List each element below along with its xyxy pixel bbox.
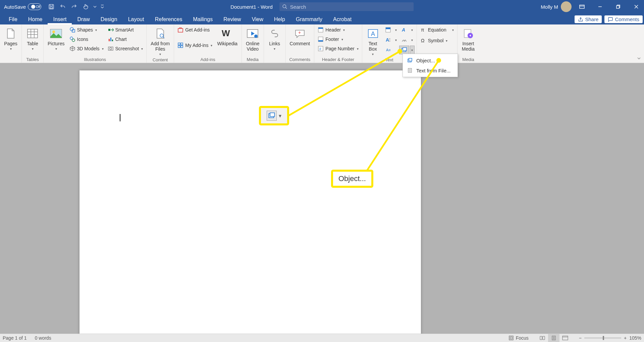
search-input[interactable]: Search [279,2,414,11]
comments-button[interactable]: Comments [604,15,643,23]
svg-text:A: A [401,27,405,33]
object-menu-item[interactable]: Object... [403,55,458,65]
links-button[interactable]: Links ▾ [266,25,283,52]
icons-icon [69,36,75,42]
smartart-button[interactable]: SmartArt [106,25,145,34]
tab-references[interactable]: References [150,14,188,24]
addins-icon [177,42,183,48]
tab-design[interactable]: Design [95,14,123,24]
document-area [0,63,644,334]
tab-grammarly[interactable]: Grammarly [290,14,328,24]
focus-mode-button[interactable]: Focus [508,335,529,341]
svg-text:#: # [319,47,321,51]
insert-media-button[interactable]: Insert Media [460,25,477,53]
object-dropdown-button[interactable]: ▾ [410,46,415,54]
save-icon[interactable] [47,3,55,11]
text-from-file-menu-item[interactable]: Text from File... [403,65,458,75]
header-button[interactable]: Header▾ [316,25,360,34]
store-icon [177,27,183,33]
tab-draw[interactable]: Draw [72,14,95,24]
tab-view[interactable]: View [247,14,269,24]
zoom-level[interactable]: 105% [629,335,641,341]
read-mode-icon[interactable] [537,334,548,342]
zoom-slider[interactable] [584,337,621,339]
zoom-in-button[interactable]: + [624,335,627,341]
get-addins-button[interactable]: Get Add-ins [176,25,214,34]
svg-rect-3 [580,5,584,8]
svg-rect-56 [509,336,513,340]
tab-file[interactable]: File [3,14,23,24]
minimize-icon[interactable] [592,0,608,13]
web-layout-icon[interactable] [559,334,571,342]
group-addins-label: Add-ins [201,57,215,63]
date-time-button[interactable]: A≡ [383,46,393,54]
svg-rect-1 [50,7,53,9]
tab-review[interactable]: Review [218,14,246,24]
pictures-button[interactable]: Pictures ▾ [46,25,67,52]
symbol-icon: Ω [420,38,426,44]
wordart-dropdown[interactable]: ▾ [410,25,415,34]
icons-button[interactable]: Icons [68,35,105,44]
print-layout-icon[interactable] [548,334,559,342]
drop-cap-button[interactable]: A [383,36,393,44]
tab-insert[interactable]: Insert [48,14,72,24]
collapse-ribbon-icon[interactable] [636,55,642,61]
signature-dropdown[interactable]: ▾ [410,36,415,44]
drop-cap-dropdown[interactable]: ▾ [394,36,398,44]
tab-layout[interactable]: Layout [123,14,150,24]
svg-rect-59 [562,336,568,340]
signature-button[interactable] [399,36,409,44]
redo-icon[interactable] [70,3,78,11]
ribbon-display-icon[interactable] [574,0,590,13]
equation-button[interactable]: πEquation▾ [419,25,455,34]
symbol-button[interactable]: ΩSymbol▾ [419,36,455,45]
status-words[interactable]: 0 words [35,335,51,341]
autosave-toggle[interactable]: AutoSave Off [4,3,41,10]
qat-customize-icon[interactable] [100,3,104,11]
tab-home[interactable]: Home [23,14,48,24]
svg-point-8 [70,27,73,31]
object-item-icon [407,57,413,63]
svg-rect-5 [28,29,38,38]
add-from-files-button[interactable]: Add from Files ▾ [149,25,172,57]
quick-parts-button[interactable] [383,25,393,34]
maximize-icon[interactable] [610,0,626,13]
comment-button[interactable]: + Comment [288,25,312,48]
wordart-button[interactable]: A [399,25,409,34]
tab-mailings[interactable]: Mailings [188,14,218,24]
chart-icon [108,36,114,42]
page-number-button[interactable]: #Page Number▾ [316,44,360,53]
textbox-icon: A [366,27,380,40]
footer-button[interactable]: Footer▾ [316,35,360,44]
wikipedia-button[interactable]: W Wikipedia [215,25,239,48]
tab-acrobat[interactable]: Acrobat [328,14,357,24]
qat-dropdown-icon[interactable] [93,3,97,11]
svg-text:W: W [222,29,230,38]
text-box-button[interactable]: A Text Box ▾ [364,25,382,57]
screenshot-button[interactable]: Screenshot▾ [106,44,145,53]
online-video-button[interactable]: Online Video [244,25,261,53]
svg-rect-23 [181,46,183,48]
user-avatar[interactable] [561,1,572,12]
shapes-button[interactable]: Shapes▾ [68,25,105,34]
chart-button[interactable]: Chart [106,35,145,44]
undo-icon[interactable] [59,3,67,11]
object-button[interactable] [399,46,409,54]
share-button[interactable]: Share [575,15,602,23]
touch-mode-icon[interactable] [82,3,90,11]
quick-parts-dropdown[interactable]: ▾ [394,25,398,34]
tab-help[interactable]: Help [269,14,290,24]
table-button[interactable]: Table ▾ [24,25,41,52]
group-tables-label: Tables [26,57,39,63]
svg-rect-55 [270,113,274,116]
status-page[interactable]: Page 1 of 1 [3,335,27,341]
pages-button[interactable]: Pages ▾ [2,25,19,52]
3d-models-button[interactable]: 3D Models▾ [68,44,105,53]
zoom-out-button[interactable]: − [579,335,582,341]
my-addins-button[interactable]: My Add-ins▾ [176,41,214,50]
pagenum-icon: # [318,46,324,52]
user-name[interactable]: Molly M [541,4,558,10]
document-page[interactable] [79,70,421,334]
close-icon[interactable] [629,0,644,13]
svg-rect-57 [510,337,512,339]
